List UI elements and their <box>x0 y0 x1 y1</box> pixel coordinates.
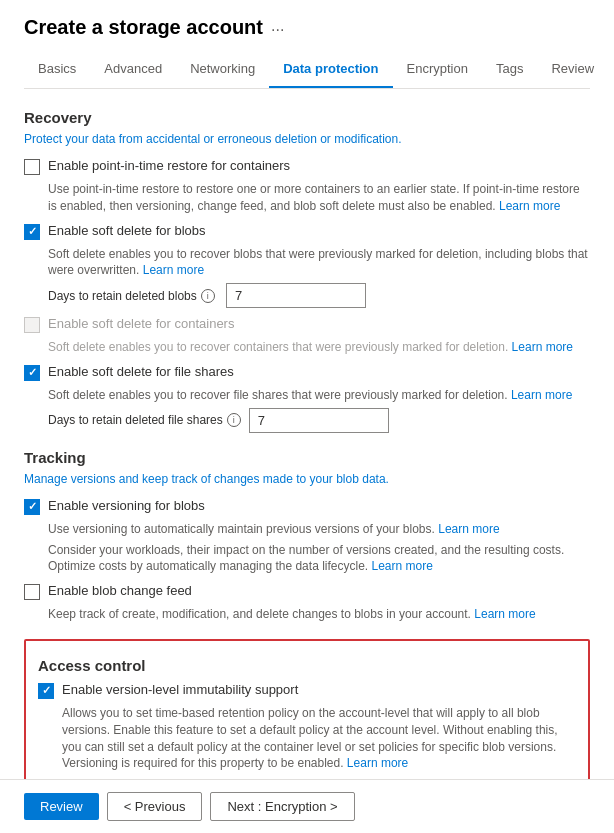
soft-delete-fileshares-subtext: Soft delete enables you to recover file … <box>48 387 590 404</box>
recovery-description: Protect your data from accidental or err… <box>24 132 590 146</box>
footer: Review < Previous Next : Encryption > <box>0 779 614 833</box>
tab-advanced[interactable]: Advanced <box>90 51 176 88</box>
retain-blobs-field-row: Days to retain deleted blobs i <box>48 283 590 308</box>
versioning-subtext: Use versioning to automatically maintain… <box>48 521 590 538</box>
retain-blobs-input[interactable] <box>226 283 366 308</box>
immutability-learn-more[interactable]: Learn more <box>347 756 408 770</box>
tab-networking[interactable]: Networking <box>176 51 269 88</box>
point-in-time-subtext: Use point-in-time restore to restore one… <box>48 181 590 215</box>
tab-tags[interactable]: Tags <box>482 51 537 88</box>
soft-delete-fileshares-learn-more[interactable]: Learn more <box>511 388 572 402</box>
immutability-label: Enable version-level immutability suppor… <box>62 682 298 697</box>
change-feed-checkbox[interactable] <box>24 584 40 600</box>
soft-delete-fileshares-row: Enable soft delete for file shares <box>24 364 590 381</box>
soft-delete-blobs-checkbox[interactable] <box>24 224 40 240</box>
soft-delete-containers-subtext: Soft delete enables you to recover conta… <box>48 339 590 356</box>
retain-blobs-info-icon[interactable]: i <box>201 289 215 303</box>
versioning-extra: Consider your workloads, their impact on… <box>48 542 590 576</box>
soft-delete-fileshares-checkbox[interactable] <box>24 365 40 381</box>
retain-fileshares-info-icon[interactable]: i <box>227 413 241 427</box>
soft-delete-blobs-row: Enable soft delete for blobs <box>24 223 590 240</box>
change-feed-learn-more[interactable]: Learn more <box>474 607 535 621</box>
tab-basics[interactable]: Basics <box>24 51 90 88</box>
tab-encryption[interactable]: Encryption <box>393 51 482 88</box>
retain-fileshares-field-row: Days to retain deleted file shares i <box>48 408 590 433</box>
tracking-section: Tracking Manage versions and keep track … <box>24 449 590 623</box>
recovery-title: Recovery <box>24 109 590 126</box>
immutability-row: Enable version-level immutability suppor… <box>38 682 576 699</box>
soft-delete-blobs-learn-more[interactable]: Learn more <box>143 263 204 277</box>
soft-delete-blobs-label: Enable soft delete for blobs <box>48 223 206 238</box>
versioning-label: Enable versioning for blobs <box>48 498 205 513</box>
versioning-row: Enable versioning for blobs <box>24 498 590 515</box>
recovery-section: Recovery Protect your data from accident… <box>24 109 590 433</box>
soft-delete-fileshares-label: Enable soft delete for file shares <box>48 364 234 379</box>
tab-review[interactable]: Review <box>537 51 608 88</box>
point-in-time-learn-more[interactable]: Learn more <box>499 199 560 213</box>
previous-button[interactable]: < Previous <box>107 792 203 821</box>
soft-delete-containers-checkbox <box>24 317 40 333</box>
access-control-section: Access control Enable version-level immu… <box>24 639 590 790</box>
versioning-learn-more[interactable]: Learn more <box>438 522 499 536</box>
versioning-extra-learn-more[interactable]: Learn more <box>372 559 433 573</box>
versioning-checkbox[interactable] <box>24 499 40 515</box>
access-control-title: Access control <box>38 657 576 674</box>
more-options-icon[interactable]: ··· <box>271 21 284 39</box>
point-in-time-label: Enable point-in-time restore for contain… <box>48 158 290 173</box>
change-feed-label: Enable blob change feed <box>48 583 192 598</box>
change-feed-subtext: Keep track of create, modification, and … <box>48 606 590 623</box>
next-button[interactable]: Next : Encryption > <box>210 792 354 821</box>
soft-delete-containers-row: Enable soft delete for containers <box>24 316 590 333</box>
change-feed-row: Enable blob change feed <box>24 583 590 600</box>
tracking-title: Tracking <box>24 449 590 466</box>
tracking-description: Manage versions and keep track of change… <box>24 472 590 486</box>
immutability-checkbox[interactable] <box>38 683 54 699</box>
point-in-time-row: Enable point-in-time restore for contain… <box>24 158 590 175</box>
soft-delete-blobs-subtext: Soft delete enables you to recover blobs… <box>48 246 590 280</box>
retain-fileshares-input[interactable] <box>249 408 389 433</box>
page-title: Create a storage account <box>24 16 263 39</box>
review-button[interactable]: Review <box>24 793 99 820</box>
retain-fileshares-label: Days to retain deleted file shares i <box>48 413 241 427</box>
retain-blobs-label: Days to retain deleted blobs i <box>48 289 218 303</box>
point-in-time-checkbox[interactable] <box>24 159 40 175</box>
soft-delete-containers-learn-more[interactable]: Learn more <box>512 340 573 354</box>
soft-delete-containers-label: Enable soft delete for containers <box>48 316 234 331</box>
tab-data-protection[interactable]: Data protection <box>269 51 392 88</box>
tab-bar: Basics Advanced Networking Data protecti… <box>24 51 590 89</box>
immutability-subtext: Allows you to set time-based retention p… <box>62 705 576 772</box>
